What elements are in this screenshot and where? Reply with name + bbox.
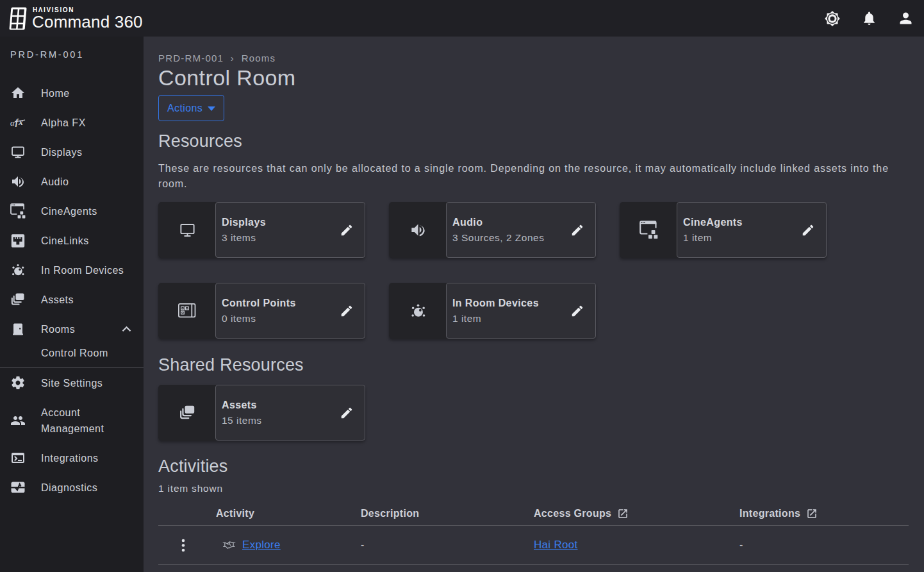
svg-text:fx: fx bbox=[15, 117, 23, 127]
svg-text:α: α bbox=[10, 118, 15, 128]
